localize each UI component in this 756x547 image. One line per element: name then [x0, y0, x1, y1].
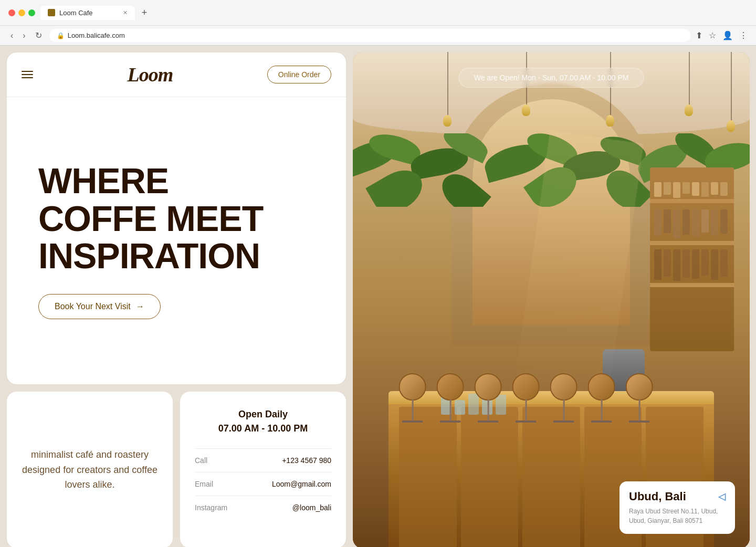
- menu-icon[interactable]: ⋮: [739, 30, 748, 40]
- location-address: Raya Ubud Street No.11, Ubud, Ubud, Gian…: [629, 507, 726, 525]
- minimize-dot[interactable]: [18, 9, 25, 16]
- tab-title: Loom Cafe: [59, 9, 93, 17]
- call-value: +123 4567 980: [282, 456, 331, 465]
- location-badge: Ubud, Bali ◁ Raya Ubud Street No.11, Ubu…: [620, 481, 735, 534]
- hours-section: Open Daily 07.00 AM - 10.00 PM: [195, 407, 331, 436]
- hero-content: WHERE COFFE MEET INSPIRATION Book Your N…: [7, 97, 346, 384]
- left-panel: Loom Online Order WHERE COFFE MEET INSPI…: [6, 52, 346, 547]
- back-button[interactable]: ‹: [8, 30, 15, 41]
- open-hours-banner: We are Open! Mon - Sun, 07.00 AM - 10.00…: [459, 68, 644, 88]
- hamburger-line-3: [22, 77, 33, 78]
- contact-row-call: Call +123 4567 980: [195, 448, 331, 472]
- close-dot[interactable]: [8, 9, 15, 16]
- main-content: Loom Online Order WHERE COFFE MEET INSPI…: [0, 46, 756, 547]
- online-order-button[interactable]: Online Order: [267, 66, 331, 83]
- hamburger-button[interactable]: [22, 71, 33, 78]
- about-card: minimalist café and roastery designed fo…: [6, 391, 173, 547]
- hero-title-line1: WHERE: [38, 161, 169, 201]
- refresh-button[interactable]: ↻: [33, 29, 44, 41]
- url-text: Loom.balicafe.com: [68, 31, 125, 39]
- bookmark-icon[interactable]: ☆: [709, 30, 716, 40]
- arrow-icon: →: [136, 302, 144, 311]
- cafe-interior: We are Open! Mon - Sun, 07.00 AM - 10.00…: [353, 52, 750, 547]
- contact-row-email: Email Loom@gmail.com: [195, 472, 331, 496]
- browser-chrome: Loom Cafe ✕ + ‹ › ↻ 🔒 Loom.balicafe.com …: [0, 0, 756, 46]
- call-label: Call: [195, 456, 207, 465]
- browser-titlebar: Loom Cafe ✕ +: [0, 0, 756, 25]
- instagram-label: Instagram: [195, 503, 227, 512]
- book-visit-button[interactable]: Book Your Next Visit →: [38, 294, 161, 319]
- active-tab[interactable]: Loom Cafe ✕: [40, 6, 135, 20]
- browser-dots: [8, 9, 35, 16]
- hero-title-line3: INSPIRATION: [38, 236, 260, 276]
- hero-card: Loom Online Order WHERE COFFE MEET INSPI…: [6, 52, 346, 385]
- email-label: Email: [195, 480, 213, 488]
- hamburger-line-1: [22, 71, 33, 72]
- email-value: Loom@gmail.com: [272, 480, 331, 488]
- hamburger-line-2: [22, 74, 33, 75]
- open-hours-text: We are Open! Mon - Sun, 07.00 AM - 10.00…: [474, 73, 629, 82]
- instagram-value: @loom_bali: [292, 503, 331, 512]
- contact-row-instagram: Instagram @loom_bali: [195, 496, 331, 519]
- tab-favicon: [48, 9, 55, 16]
- navbar: Loom Online Order: [7, 52, 346, 97]
- cafe-photo-panel: We are Open! Mon - Sun, 07.00 AM - 10.00…: [353, 52, 750, 547]
- location-city: Ubud, Bali: [629, 490, 686, 503]
- forward-button[interactable]: ›: [20, 30, 27, 41]
- book-visit-label: Book Your Next Visit: [55, 302, 131, 311]
- new-tab-button[interactable]: +: [137, 5, 152, 20]
- tab-close-button[interactable]: ✕: [123, 9, 128, 16]
- hero-title: WHERE COFFE MEET INSPIRATION: [38, 162, 263, 275]
- share-icon[interactable]: ⬆: [696, 30, 702, 40]
- navigate-icon[interactable]: ◁: [718, 491, 726, 502]
- browser-tabs: Loom Cafe ✕ +: [40, 5, 748, 20]
- lock-icon: 🔒: [57, 32, 65, 39]
- browser-toolbar: ‹ › ↻ 🔒 Loom.balicafe.com ⬆ ☆ 👤 ⋮: [0, 25, 756, 45]
- about-description: minimalist café and roastery designed fo…: [22, 447, 158, 492]
- location-title: Ubud, Bali ◁: [629, 490, 726, 503]
- hero-title-line2: COFFE MEET: [38, 198, 263, 238]
- profile-icon[interactable]: 👤: [722, 30, 733, 40]
- bottom-cards: minimalist café and roastery designed fo…: [6, 391, 346, 547]
- contact-card: Open Daily 07.00 AM - 10.00 PM Call +123…: [180, 391, 346, 547]
- toolbar-actions: ⬆ ☆ 👤 ⋮: [696, 30, 748, 40]
- open-daily-label: Open Daily: [195, 407, 331, 422]
- logo: Loom: [128, 63, 173, 86]
- address-bar[interactable]: 🔒 Loom.balicafe.com: [49, 29, 690, 42]
- open-hours: 07.00 AM - 10.00 PM: [195, 422, 331, 436]
- maximize-dot[interactable]: [28, 9, 35, 16]
